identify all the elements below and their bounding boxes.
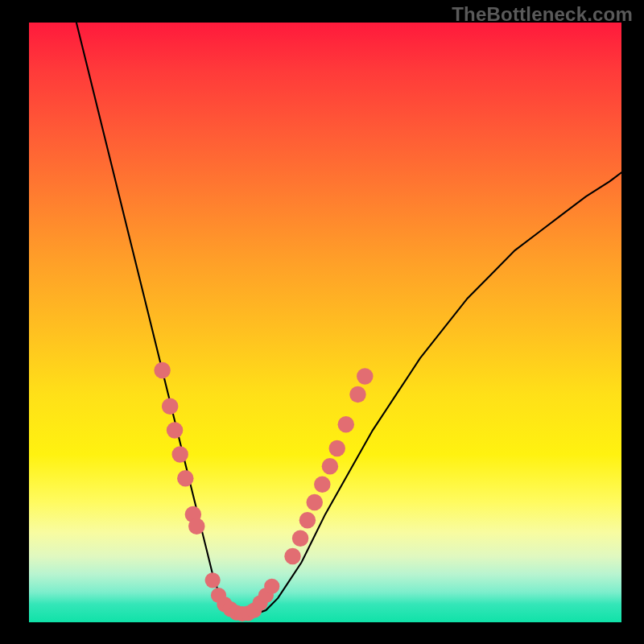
chart-svg xyxy=(29,23,621,622)
watermark-text: TheBottleneck.com xyxy=(452,3,633,26)
data-point xyxy=(284,548,300,564)
data-point xyxy=(338,416,354,432)
data-point xyxy=(171,446,188,462)
data-point xyxy=(357,368,373,384)
data-point xyxy=(292,530,308,546)
data-point xyxy=(314,476,330,492)
data-point xyxy=(322,458,338,474)
data-point xyxy=(177,470,193,486)
data-point xyxy=(205,572,221,588)
data-point xyxy=(167,422,183,438)
bottleneck-curve xyxy=(76,23,621,617)
plot-area xyxy=(29,23,621,622)
data-point xyxy=(328,440,345,456)
markers-layer xyxy=(154,362,373,621)
data-point xyxy=(349,386,365,402)
data-point xyxy=(299,512,316,528)
data-point xyxy=(307,494,323,510)
curve-layer xyxy=(76,23,621,617)
data-point xyxy=(188,518,204,535)
data-point xyxy=(154,362,170,378)
data-point xyxy=(264,579,279,594)
chart-frame: TheBottleneck.com xyxy=(0,0,644,644)
data-point xyxy=(162,398,178,415)
